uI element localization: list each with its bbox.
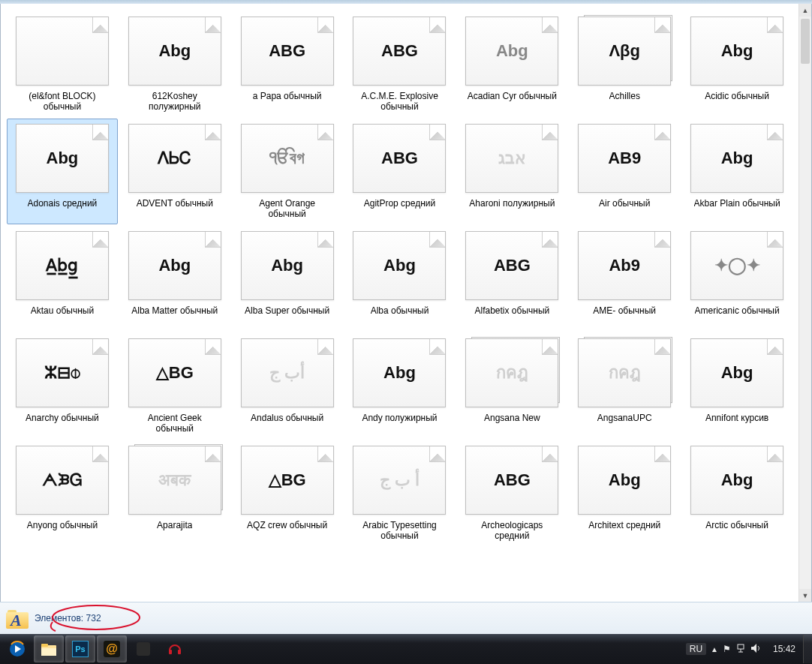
taskbar-photoshop-icon[interactable]: Ps [65,635,95,662]
font-file-item[interactable]: ⵣ⊟⌽Anarchy обычный [7,333,118,439]
font-preview-text: अबक [158,472,191,488]
font-file-item[interactable]: กคฎAngsanaUPC [569,333,680,439]
thumbnail: Λβg [576,15,672,87]
file-label: Americanic обычный [695,305,780,328]
font-file-item[interactable]: ✦◯✦Americanic обычный [681,226,792,332]
svg-rect-5 [41,648,56,656]
show-desktop-button[interactable] [803,635,812,663]
thumbnail: ᐱᏏᏟ [127,122,223,194]
font-file-item[interactable]: ABGAgitProp средний [344,119,456,224]
font-file-item[interactable]: AbgArctic обычный [681,440,792,546]
font-file-item[interactable]: ABGAlfabetix обычный [456,226,567,332]
font-file-item[interactable]: ΛβgAchilles [569,11,680,117]
file-label: Annifont курсив [705,413,768,435]
font-preview-text: ABG [381,43,418,59]
svg-rect-4 [41,644,48,647]
svg-rect-7 [169,650,172,654]
thumbnail: ᗅᙖᏀ [14,444,110,516]
thumbnail: △BG [127,337,223,409]
file-label: Andy полужирный [362,413,437,435]
details-pane: A Элементов: 732 [0,602,812,634]
file-grid: (el&font BLOCK) обычныйAbg612Koshey полу… [7,11,792,546]
file-label: Agent Orange обычный [259,198,315,221]
thumbnail: ੴবগ [239,122,335,194]
font-preview-text: Abg [383,365,416,381]
font-file-item[interactable]: אבגAharoni полужирный [456,119,567,224]
font-file-item[interactable]: أب جAndalus обычный [232,333,343,439]
font-file-item[interactable]: अबकAparajita [119,440,230,546]
font-file-item[interactable]: ᗅᙖᏀAnyong обычный [7,440,118,546]
tray-chevron-icon[interactable]: ▲ [711,645,718,653]
font-file-item[interactable]: (el&font BLOCK) обычный [7,11,118,117]
scroll-up-button[interactable]: ▲ [799,4,811,17]
taskbar-explorer-icon[interactable] [34,635,64,662]
font-file-item[interactable]: ABGArcheologicaps средний [456,440,567,546]
font-file-item[interactable]: AbgAlba Super обычный [232,226,343,332]
file-label: 612Koshey полужирный [149,91,200,113]
taskbar-wmp-icon[interactable] [2,635,32,662]
tray-network-icon[interactable] [735,643,746,656]
font-preview-text: Λβg [609,43,640,59]
file-grid-container: (el&font BLOCK) обычныйAbg612Koshey полу… [1,4,798,602]
file-label: Architext средний [588,520,660,542]
font-file-item[interactable]: △BGAncient Geek обычный [119,333,230,439]
taskbar-headset-icon[interactable] [160,635,190,662]
taskbar-clock[interactable]: 15:42 [765,644,803,654]
scroll-down-button[interactable]: ▼ [799,589,811,602]
font-file-item[interactable]: AbgArchitext средний [569,440,680,546]
thumbnail: أ ب ج [351,444,447,516]
file-label: Aparajita [157,520,192,542]
font-file-item[interactable]: AbgAndy полужирный [344,333,456,439]
file-label: Arctic обычный [705,520,768,542]
file-label: Arabic Typesetting обычный [362,520,437,542]
font-file-item[interactable]: △BGAQZ crew обычный [232,440,343,546]
font-preview-text: Abg [383,257,416,274]
taskbar-mailru-icon[interactable]: @ [97,635,127,662]
font-preview-text: ✦◯✦ [714,257,760,274]
file-label: Angsana New [484,413,540,435]
font-file-item[interactable]: AbgAcidic обычный [681,11,792,117]
thumbnail: Abg [351,230,447,302]
font-file-item[interactable]: ੴবগAgent Orange обычный [232,119,343,224]
font-file-item[interactable]: ABGA.C.M.E. Explosive обычный [344,11,456,117]
thumbnail: ABG [351,15,447,87]
font-file-item[interactable]: AbgAdonais средний [7,119,118,224]
thumbnail: Abg [127,15,223,87]
font-file-item[interactable]: Ab9AME- обычный [569,226,680,332]
font-preview-text: Abg [721,150,753,167]
thumbnail: Abg [689,15,785,87]
font-file-item[interactable]: AbgAkbar Plain обычный [681,119,792,224]
font-preview-text: ᐱᏏᏟ [158,150,191,167]
thumbnail: กคฎ [576,337,672,409]
font-file-item[interactable]: ABGa Papa обычный [232,11,343,117]
thumbnail: Abg [689,444,785,516]
file-label: Achilles [609,91,640,113]
thumbnail: अबक [127,444,223,516]
font-file-item[interactable]: AbgAcadian Cyr обычный [456,11,567,117]
thumbnail: أب ج [239,337,335,409]
vertical-scrollbar[interactable]: ▲ ▼ [798,4,811,602]
tray-volume-icon[interactable] [750,643,761,656]
thumbnail: AB9 [576,122,672,194]
language-indicator[interactable]: RU [686,643,706,655]
font-file-item[interactable]: A̲b̲g̲Aktau обычный [7,226,118,332]
font-file-item[interactable]: กคฎAngsana New [456,333,567,439]
tray-flag-icon[interactable]: ⚑ [723,644,731,654]
font-file-item[interactable]: AB9Air обычный [569,119,680,224]
font-file-item[interactable]: ᐱᏏᏟADVENT обычный [119,119,230,224]
file-label: AgitProp средний [364,198,435,221]
font-file-item[interactable]: AbgAlba Matter обычный [119,226,230,332]
thumbnail: ABG [464,230,560,302]
thumbnail: Abg [351,337,447,409]
font-preview-text: กคฎ [496,365,528,381]
taskbar-app5-icon[interactable] [128,635,158,662]
font-file-item[interactable]: AbgAnnifont курсив [681,333,792,439]
item-count-label: Элементов: 732 [35,613,101,623]
font-file-item[interactable]: Abg612Koshey полужирный [119,11,230,117]
scroll-thumb[interactable] [801,19,810,64]
thumbnail: Abg [576,444,672,516]
thumbnail: אבג [464,122,560,194]
font-file-item[interactable]: أ ب جArabic Typesetting обычный [344,440,456,546]
font-file-item[interactable]: AbgAlba обычный [344,226,456,332]
file-label: Alba обычный [371,305,429,328]
